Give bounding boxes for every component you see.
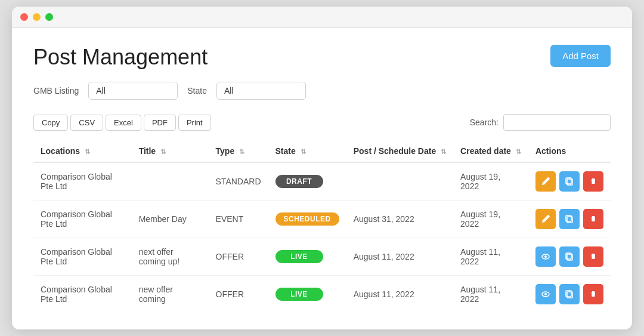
col-actions: Actions xyxy=(528,140,611,162)
cell-title: next offer coming up! xyxy=(132,238,209,276)
cell-state: SCHEDULED xyxy=(268,201,346,238)
state-badge: DRAFT xyxy=(275,175,323,188)
col-state: State ⇅ xyxy=(268,140,346,162)
add-post-button[interactable]: Add Post xyxy=(550,45,611,67)
cell-type: OFFER xyxy=(209,276,268,313)
cell-type: STANDARD xyxy=(209,162,268,201)
cell-title: Member Day xyxy=(132,201,209,238)
header-row: Post Management Add Post xyxy=(33,45,611,70)
cell-schedule-date: August 11, 2022 xyxy=(346,276,453,313)
cell-location: Comparison Global Pte Ltd xyxy=(33,276,132,313)
cell-type: EVENT xyxy=(209,201,268,238)
delete-button[interactable] xyxy=(583,284,603,304)
page-title: Post Management xyxy=(33,45,208,70)
svg-point-9 xyxy=(544,293,547,295)
view-button[interactable] xyxy=(535,284,556,304)
toolbar-row: Copy CSV Excel PDF Print Search: xyxy=(33,114,611,131)
cell-state: DRAFT xyxy=(268,162,346,201)
close-dot xyxy=(20,13,28,21)
csv-button[interactable]: CSV xyxy=(70,115,103,131)
cell-created-date: August 19, 2022 xyxy=(453,201,528,238)
delete-button[interactable] xyxy=(583,171,603,192)
state-badge: LIVE xyxy=(275,288,323,301)
delete-button[interactable] xyxy=(583,246,603,267)
copy-row-button[interactable] xyxy=(559,209,580,229)
copy-row-button[interactable] xyxy=(559,171,580,192)
gmb-listing-label: GMB Listing xyxy=(33,86,79,95)
copy-row-button[interactable] xyxy=(559,246,580,267)
search-input[interactable] xyxy=(503,114,611,131)
cell-location: Comparison Global Pte Ltd xyxy=(33,238,132,276)
sort-icon-title[interactable]: ⇅ xyxy=(160,148,166,156)
cell-actions xyxy=(528,162,611,201)
pdf-button[interactable]: PDF xyxy=(144,115,176,131)
col-locations: Locations ⇅ xyxy=(33,140,132,162)
cell-state: LIVE xyxy=(268,276,346,313)
search-area: Search: xyxy=(470,114,611,131)
cell-created-date: August 11, 2022 xyxy=(453,238,528,276)
cell-actions xyxy=(528,201,611,238)
cell-state: LIVE xyxy=(268,238,346,276)
sort-icon-locations[interactable]: ⇅ xyxy=(85,148,90,156)
copy-button[interactable]: Copy xyxy=(33,115,68,131)
col-schedule-date: Post / Schedule Date ⇅ xyxy=(346,140,453,162)
sort-icon-type[interactable]: ⇅ xyxy=(239,148,244,156)
excel-button[interactable]: Excel xyxy=(106,115,141,131)
sort-icon-created[interactable]: ⇅ xyxy=(516,148,521,156)
filter-row: GMB Listing State xyxy=(33,82,611,100)
state-filter-input[interactable] xyxy=(216,82,306,100)
cell-actions xyxy=(528,238,611,276)
cell-actions xyxy=(528,276,611,313)
table-row: Comparison Global Pte Ltdnext offer comi… xyxy=(33,238,611,276)
copy-row-button[interactable] xyxy=(559,284,580,304)
cell-schedule-date xyxy=(346,162,453,201)
edit-button[interactable] xyxy=(535,209,556,229)
main-window: Post Management Add Post GMB Listing Sta… xyxy=(12,7,632,329)
cell-schedule-date: August 31, 2022 xyxy=(346,201,453,238)
cell-location: Comparison Global Pte Ltd xyxy=(33,201,132,238)
table-row: Comparison Global Pte Ltdnew offer comin… xyxy=(33,276,611,313)
svg-point-5 xyxy=(544,255,547,258)
state-badge: SCHEDULED xyxy=(275,212,339,226)
minimize-dot xyxy=(33,13,41,21)
edit-button[interactable] xyxy=(535,171,556,192)
table-header-row: Locations ⇅ Title ⇅ Type ⇅ State ⇅ Post … xyxy=(33,140,611,162)
sort-icon-state[interactable]: ⇅ xyxy=(301,148,306,156)
cell-title: new offer coming xyxy=(132,276,209,313)
actions-group xyxy=(535,171,603,192)
data-table: Locations ⇅ Title ⇅ Type ⇅ State ⇅ Post … xyxy=(33,140,611,313)
actions-group xyxy=(535,209,603,229)
col-created-date: Created date ⇅ xyxy=(453,140,528,162)
col-type: Type ⇅ xyxy=(209,140,268,162)
cell-schedule-date: August 11, 2022 xyxy=(346,238,453,276)
page-content: Post Management Add Post GMB Listing Sta… xyxy=(12,28,632,329)
table-row: Comparison Global Pte LtdMember DayEVENT… xyxy=(33,201,611,238)
cell-created-date: August 19, 2022 xyxy=(453,162,528,201)
actions-group xyxy=(535,284,603,304)
sort-icon-schedule[interactable]: ⇅ xyxy=(441,148,446,156)
col-title: Title ⇅ xyxy=(132,140,209,162)
cell-type: OFFER xyxy=(209,238,268,276)
cell-location: Comparison Global Pte Ltd xyxy=(33,162,132,201)
cell-created-date: August 11, 2022 xyxy=(453,276,528,313)
delete-button[interactable] xyxy=(583,209,603,229)
print-button[interactable]: Print xyxy=(178,115,211,131)
view-button[interactable] xyxy=(535,246,556,267)
search-label: Search: xyxy=(470,118,499,127)
toolbar-buttons: Copy CSV Excel PDF Print xyxy=(33,115,211,131)
gmb-listing-input[interactable] xyxy=(88,82,178,100)
actions-group xyxy=(535,246,603,267)
state-filter-label: State xyxy=(187,86,207,95)
titlebar xyxy=(12,7,632,28)
table-row: Comparison Global Pte LtdSTANDARDDRAFTAu… xyxy=(33,162,611,201)
cell-title xyxy=(132,162,209,201)
state-badge: LIVE xyxy=(275,250,323,263)
maximize-dot xyxy=(45,13,53,21)
